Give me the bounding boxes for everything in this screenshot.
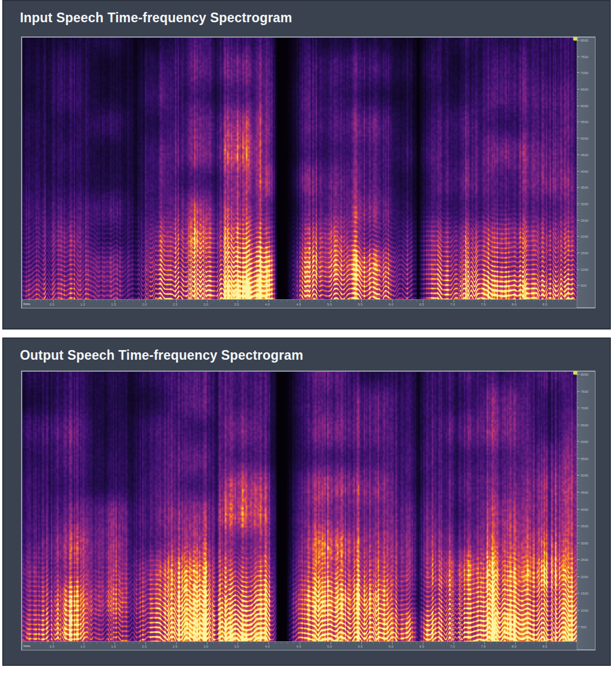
time-minor-tick: [127, 300, 128, 302]
input-panel-title: Input Speech Time-frequency Spectrogram: [20, 10, 292, 26]
freq-minor-tick: [577, 379, 578, 379]
freq-minor-tick: [577, 178, 578, 178]
time-minor-tick: [558, 300, 559, 302]
freq-minor-tick: [577, 243, 578, 243]
time-minor-tick: [496, 643, 497, 644]
time-minor-tick: [472, 643, 472, 644]
freq-minor-tick: [577, 409, 578, 410]
freq-tick-mark: [577, 593, 580, 593]
freq-minor-tick: [577, 140, 578, 141]
time-tick-label: 2.5: [173, 303, 177, 306]
time-tick-label: 6.0: [389, 645, 393, 648]
time-tick-label: 1.5: [111, 645, 116, 648]
freq-tick-label: 4500: [581, 153, 588, 157]
freq-tick-label: 2500: [581, 558, 588, 562]
time-minor-tick: [232, 643, 232, 644]
time-minor-tick: [268, 643, 269, 644]
time-minor-tick: [466, 300, 466, 302]
freq-tick-mark: [577, 121, 580, 122]
time-minor-tick: [540, 300, 540, 302]
time-minor-tick: [349, 643, 349, 644]
freq-minor-tick: [577, 474, 578, 475]
freq-tick-mark: [577, 154, 580, 155]
time-tick-label: 0.5: [50, 645, 54, 648]
time-minor-tick: [546, 643, 546, 644]
time-minor-tick: [47, 300, 47, 302]
time-minor-tick: [447, 643, 448, 644]
freq-minor-tick: [577, 260, 578, 261]
time-tick-label: 3.5: [234, 645, 239, 648]
freq-minor-tick: [577, 127, 578, 127]
time-minor-tick: [281, 300, 282, 302]
freq-minor-tick: [577, 294, 578, 295]
time-minor-tick: [219, 643, 220, 644]
time-minor-tick: [324, 300, 325, 302]
output-spectrogram-panel: Output Speech Time-frequency Spectrogram…: [2, 338, 611, 666]
time-tick-label: 4.5: [296, 303, 301, 306]
freq-minor-tick: [577, 103, 578, 103]
freq-tick-mark: [577, 492, 580, 493]
freq-tick-label: 1000: [581, 609, 588, 612]
time-minor-tick: [496, 300, 497, 302]
freq-minor-tick: [577, 461, 578, 461]
output-frequency-ruler: 8000750070006500600055005000450040003500…: [577, 372, 595, 649]
time-minor-tick: [256, 300, 257, 302]
freq-minor-tick: [577, 277, 578, 278]
freq-tick-label: 6500: [581, 88, 588, 91]
freq-minor-tick: [577, 263, 578, 264]
time-minor-tick: [201, 643, 202, 644]
freq-minor-tick: [577, 96, 578, 96]
freq-tick-label: 5000: [581, 474, 588, 477]
time-minor-tick: [472, 300, 472, 302]
freq-minor-tick: [577, 226, 578, 226]
freq-minor-tick: [577, 106, 578, 107]
time-minor-tick: [201, 300, 202, 302]
time-minor-tick: [71, 300, 72, 302]
freq-minor-tick: [577, 587, 578, 588]
freq-minor-tick: [577, 491, 578, 492]
time-minor-tick: [77, 643, 78, 644]
time-minor-tick: [460, 643, 460, 644]
time-minor-tick: [380, 300, 380, 302]
freq-minor-tick: [577, 82, 578, 83]
freq-minor-tick: [577, 55, 578, 55]
freq-minor-tick: [577, 574, 578, 574]
time-tick-label: 7.0: [450, 303, 455, 306]
freq-minor-tick: [577, 257, 578, 257]
time-minor-tick: [515, 643, 516, 644]
freq-minor-tick: [577, 109, 578, 110]
time-tick-label: 2.0: [142, 645, 146, 648]
time-minor-tick: [312, 643, 312, 644]
time-minor-tick: [373, 643, 374, 644]
freq-minor-tick: [577, 181, 578, 182]
time-minor-tick: [386, 300, 386, 302]
freq-minor-tick: [577, 120, 578, 120]
time-tick-label: 1.5: [111, 303, 116, 306]
freq-minor-tick: [577, 567, 578, 567]
freq-minor-tick: [577, 450, 578, 451]
freq-minor-tick: [577, 485, 578, 485]
freq-minor-tick: [577, 192, 578, 192]
time-minor-tick: [373, 300, 374, 302]
freq-tick-mark: [577, 56, 580, 57]
time-minor-tick: [28, 643, 29, 644]
time-minor-tick: [441, 643, 442, 644]
freq-tick-mark: [577, 285, 580, 286]
time-minor-tick: [503, 300, 503, 302]
time-minor-tick: [367, 300, 368, 302]
freq-minor-tick: [577, 413, 578, 413]
time-minor-tick: [121, 300, 121, 302]
freq-minor-tick: [577, 174, 578, 175]
freq-minor-tick: [577, 628, 578, 629]
time-tick-label: 6.5: [419, 645, 424, 648]
time-minor-tick: [127, 643, 128, 644]
freq-tick-label: 5000: [581, 137, 588, 140]
time-minor-tick: [108, 300, 109, 302]
time-minor-tick: [410, 643, 411, 644]
time-minor-tick: [250, 643, 251, 644]
freq-minor-tick: [577, 584, 578, 584]
freq-minor-tick: [577, 202, 578, 202]
freq-tick-label: 5500: [581, 120, 588, 124]
time-minor-tick: [460, 300, 460, 302]
freq-minor-tick: [577, 233, 578, 233]
